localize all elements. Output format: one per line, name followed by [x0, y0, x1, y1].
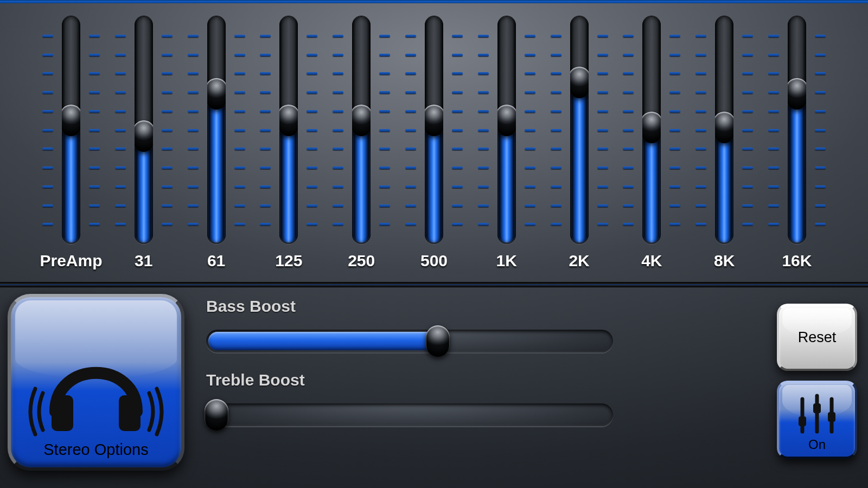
svg-rect-5 [799, 416, 806, 426]
eq-band-16k: 16K [764, 16, 830, 277]
eq-slider-thumb[interactable] [570, 67, 589, 98]
eq-band-label: PreAmp [40, 252, 102, 270]
eq-slider[interactable] [715, 16, 733, 244]
eq-band-label: 16K [782, 252, 812, 270]
svg-rect-1 [119, 395, 141, 431]
eq-band-preamp: PreAmp [38, 16, 104, 277]
eq-on-button[interactable]: On [777, 381, 857, 459]
bass-boost-label: Bass Boost [206, 297, 755, 316]
eq-band-label: 1K [496, 252, 517, 270]
eq-band-61: 61 [183, 16, 250, 277]
eq-band-label: 31 [135, 252, 152, 270]
eq-slider[interactable] [497, 16, 516, 244]
headphones-icon [25, 330, 167, 439]
eq-band-250: 250 [328, 16, 394, 277]
eq-band-500: 500 [401, 16, 467, 277]
tick-marks [89, 18, 100, 242]
treble-slider-thumb[interactable] [205, 399, 228, 431]
tick-marks [623, 18, 634, 242]
eq-slider[interactable] [570, 16, 589, 244]
tick-marks [405, 18, 416, 242]
eq-slider-thumb[interactable] [715, 112, 733, 143]
tick-marks [188, 18, 199, 242]
eq-band-label: 2K [569, 252, 589, 270]
stereo-options-label: Stereo Options [43, 441, 148, 459]
svg-rect-0 [52, 395, 73, 431]
eq-slider-thumb[interactable] [135, 120, 153, 152]
tick-marks [452, 18, 463, 242]
eq-band-125: 125 [256, 16, 322, 277]
tick-marks [742, 18, 753, 242]
equalizer-panel: PreAmp31611252505001K2K4K8K16K [0, 0, 868, 282]
treble-boost: Treble Boost [206, 371, 755, 426]
options-panel: Stereo Options Bass Boost Treble Boost R… [0, 287, 868, 483]
treble-boost-label: Treble Boost [206, 371, 755, 389]
svg-rect-6 [813, 403, 821, 413]
tick-marks [768, 18, 779, 242]
eq-band-31: 31 [111, 16, 177, 277]
eq-slider[interactable] [135, 16, 153, 244]
eq-slider[interactable] [425, 16, 443, 244]
eq-slider-thumb[interactable] [279, 105, 298, 136]
eq-band-label: 125 [275, 252, 302, 270]
tick-marks [307, 18, 317, 242]
eq-slider-thumb[interactable] [62, 105, 80, 136]
eq-band-4k: 4K [618, 16, 685, 277]
eq-band-8k: 8K [691, 16, 757, 277]
reset-label: Reset [798, 329, 837, 346]
treble-boost-slider[interactable] [206, 403, 613, 426]
equalizer-icon [793, 393, 841, 436]
bass-boost: Bass Boost [206, 297, 755, 352]
tick-marks [333, 18, 343, 242]
eq-slider[interactable] [352, 16, 371, 244]
eq-slider-thumb[interactable] [497, 105, 516, 136]
eq-band-label: 4K [641, 252, 662, 270]
tick-marks [115, 18, 126, 242]
eq-band-1k: 1K [474, 16, 540, 277]
eq-slider-thumb[interactable] [642, 112, 661, 143]
eq-band-label: 250 [348, 252, 375, 270]
tick-marks [669, 18, 680, 242]
bass-boost-slider[interactable] [206, 330, 613, 352]
tick-marks [379, 18, 390, 242]
eq-band-label: 500 [420, 252, 448, 270]
tick-marks [260, 18, 271, 242]
eq-slider[interactable] [207, 16, 226, 244]
stereo-options-button[interactable]: Stereo Options [8, 294, 184, 471]
tick-marks [815, 18, 826, 242]
tick-marks [551, 18, 561, 242]
tick-marks [42, 18, 53, 242]
tick-marks [597, 18, 608, 242]
eq-slider-thumb[interactable] [207, 78, 226, 110]
panel-divider [0, 282, 868, 287]
reset-button[interactable]: Reset [777, 304, 857, 371]
tick-marks [478, 18, 489, 242]
eq-slider-thumb[interactable] [788, 78, 806, 110]
eq-band-label: 61 [207, 252, 225, 270]
eq-slider-thumb[interactable] [352, 105, 371, 136]
eq-slider[interactable] [62, 16, 80, 244]
tick-marks [234, 18, 245, 242]
svg-rect-7 [828, 412, 835, 422]
side-buttons: Reset On [777, 294, 860, 483]
eq-slider[interactable] [279, 16, 298, 244]
tick-marks [162, 18, 173, 242]
eq-band-2k: 2K [546, 16, 612, 277]
boost-controls: Bass Boost Treble Boost [206, 294, 755, 483]
tick-marks [525, 18, 535, 242]
on-label: On [808, 437, 826, 452]
tick-marks [695, 18, 706, 242]
eq-slider[interactable] [788, 16, 806, 244]
eq-slider-thumb[interactable] [425, 105, 443, 136]
bass-slider-thumb[interactable] [426, 325, 450, 357]
eq-slider[interactable] [642, 16, 661, 244]
eq-band-label: 8K [714, 252, 735, 270]
